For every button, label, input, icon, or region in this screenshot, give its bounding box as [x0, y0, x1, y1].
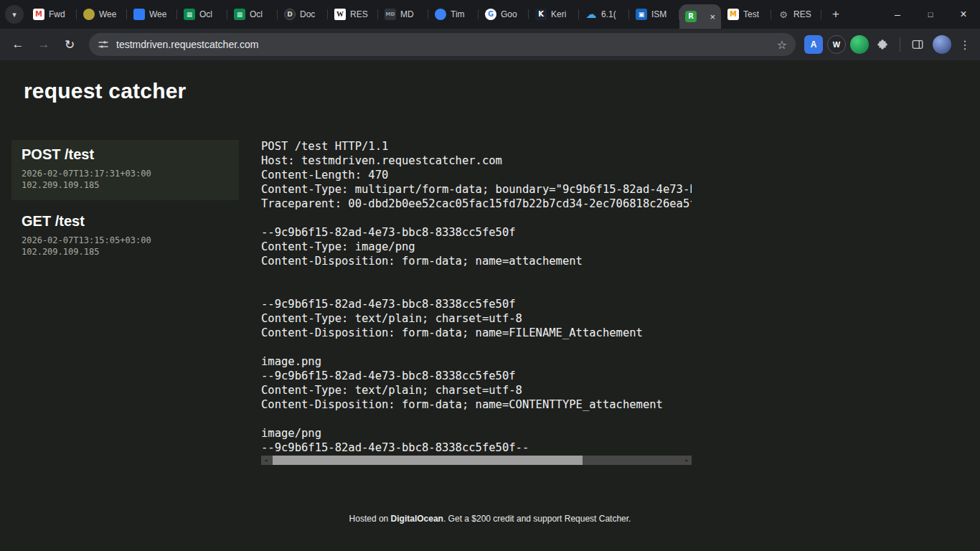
tab-label: MD [400, 9, 414, 19]
request-detail-view: POST /test HTTP/1.1 Host: testmdriven.re… [261, 139, 692, 455]
md-icon: MD [385, 9, 396, 20]
request-ip: 102.209.109.185 [22, 179, 229, 191]
footer-brand: DigitalOcean [391, 514, 443, 524]
tab-label: Fwd [49, 9, 65, 19]
tab-res-2[interactable]: ⚙ RES [771, 0, 821, 29]
forward-button[interactable]: → [32, 32, 56, 57]
tab-fwd[interactable]: M Fwd [27, 0, 77, 29]
tab-label: Keri [551, 9, 566, 19]
windows-app-icon: ▣ [636, 9, 647, 20]
tab-label: Wee [99, 9, 116, 19]
scroll-right-arrow-icon[interactable]: ▸ [682, 456, 692, 465]
profile-avatar[interactable] [933, 35, 951, 54]
horizontal-scrollbar[interactable]: ◂ ▸ [261, 456, 692, 465]
request-sidebar: POST /test 2026-02-07T13:17:31+03:00 102… [11, 140, 239, 273]
toolbar-divider [900, 37, 900, 52]
tab-wee-2[interactable]: Wee [127, 0, 177, 29]
tab-label: RES [350, 9, 368, 19]
extensions-puzzle-icon[interactable] [872, 34, 893, 55]
google-icon: G [485, 9, 496, 20]
site-info-icon[interactable] [98, 39, 109, 50]
url-input[interactable]: testmdriven.requestcatcher.com [116, 39, 770, 50]
request-line: image/png [261, 426, 692, 441]
request-line: Content-Disposition: form-data; name=FIL… [261, 326, 692, 340]
tab-ocl-2[interactable]: ▦ Ocl [227, 0, 278, 29]
tab-md[interactable]: MD MD [378, 0, 428, 29]
request-line: Content-Type: image/png [261, 240, 692, 254]
request-line: Content-Length: 470 [261, 168, 692, 182]
request-line: Host: testmdriven.requestcatcher.com [261, 154, 692, 168]
back-button[interactable]: ← [6, 32, 30, 57]
bookmark-star-icon[interactable]: ☆ [777, 38, 787, 52]
request-list-item-get[interactable]: GET /test 2026-02-07T13:15:05+03:00 102.… [11, 207, 239, 267]
tab-tim[interactable]: Tim [428, 0, 479, 29]
page-footer: Hosted on DigitalOcean. Get a $200 credi… [0, 514, 980, 524]
omnibox[interactable]: testmdriven.requestcatcher.com ☆ [89, 33, 796, 56]
request-line: Content-Type: text/plain; charset=utf-8 [261, 311, 692, 326]
scroll-left-arrow-icon[interactable]: ◂ [261, 456, 270, 465]
browser-menu-icon[interactable]: ⋮ [956, 34, 974, 55]
tab-wee-1[interactable]: Wee [77, 0, 127, 29]
tab-label: Goo [501, 9, 517, 19]
gmail-orange-icon: M [727, 9, 739, 20]
close-button[interactable]: × [947, 0, 980, 29]
tab-ism[interactable]: ▣ ISM [629, 0, 679, 29]
tab-doc[interactable]: D Doc [278, 0, 328, 29]
reload-button[interactable]: ↻ [57, 32, 82, 57]
footer-text-suffix: . Get a $200 credit and support Request … [443, 514, 631, 524]
request-line: Content-Type: multipart/form-data; bound… [261, 182, 692, 197]
tab-label: Test [743, 9, 759, 19]
tab-search-button[interactable]: ▾ [5, 5, 24, 24]
tab-label: Ocl [250, 9, 263, 19]
tab-label: Wee [149, 9, 166, 19]
request-line [261, 211, 692, 225]
request-timestamp: 2026-02-07T13:15:05+03:00 [22, 235, 229, 246]
wikipedia-icon: W [334, 9, 346, 20]
leaf-icon [83, 9, 95, 20]
tab-label: 6.1( [601, 9, 616, 19]
w-extension-icon[interactable]: W [827, 35, 846, 54]
tab-request-catcher-active[interactable]: R × [679, 4, 721, 29]
onedrive-cloud-icon: ☁ [585, 9, 597, 20]
chevron-down-icon: ▾ [12, 10, 17, 19]
new-tab-button[interactable]: + [826, 4, 846, 24]
dark-app-icon: D [284, 9, 296, 20]
request-ip: 102.209.109.185 [22, 246, 229, 258]
gear-icon: ⚙ [778, 9, 789, 20]
blue-app-icon [133, 9, 145, 20]
tab-label: Tim [451, 9, 465, 19]
request-line: --9c9b6f15-82ad-4e73-bbc8-8338cc5fe50f [261, 369, 692, 383]
sheets-icon: ▦ [234, 9, 245, 20]
tab-ocl-1[interactable]: ▦ Ocl [177, 0, 227, 29]
tab-label: ISM [651, 9, 666, 19]
translate-extension-icon[interactable]: A [804, 35, 823, 54]
tab-test[interactable]: M Test [721, 0, 771, 29]
request-method-path: POST /test [22, 146, 229, 163]
sheets-icon: ▦ [184, 9, 195, 20]
request-line: --9c9b6f15-82ad-4e73-bbc8-8338cc5fe50f [261, 297, 692, 311]
tab-close-icon[interactable]: × [710, 12, 715, 22]
green-extension-icon[interactable] [850, 35, 869, 54]
tab-61[interactable]: ☁ 6.1( [579, 0, 629, 29]
request-line: POST /test HTTP/1.1 [261, 139, 692, 154]
side-panel-icon[interactable] [907, 34, 928, 55]
tab-goo[interactable]: G Goo [479, 0, 529, 29]
scrollbar-thumb[interactable] [273, 456, 583, 465]
request-line: Traceparent: 00-dbd2b0ee52cac05fac15fd7b… [261, 197, 692, 211]
clock-icon [435, 9, 446, 20]
request-method-path: GET /test [22, 213, 229, 230]
gmail-icon: M [33, 9, 44, 20]
request-line: Content-Disposition: form-data; name=CON… [261, 397, 692, 412]
maximize-button[interactable]: □ [914, 0, 947, 29]
request-line [261, 340, 692, 354]
request-list-item-post[interactable]: POST /test 2026-02-07T13:17:31+03:00 102… [11, 140, 239, 200]
minimize-button[interactable]: – [881, 0, 914, 29]
tab-res-1[interactable]: W RES [328, 0, 378, 29]
request-line: --9c9b6f15-82ad-4e73-bbc8-8338cc5fe50f [261, 225, 692, 240]
tab-keri[interactable]: K Keri [529, 0, 579, 29]
page-title: request catcher [24, 79, 186, 103]
browser-toolbar: ← → ↻ testmdriven.requestcatcher.com ☆ A… [0, 29, 980, 60]
request-line [261, 283, 692, 297]
k-icon: K [535, 9, 547, 20]
scrollbar-track[interactable] [270, 456, 682, 465]
